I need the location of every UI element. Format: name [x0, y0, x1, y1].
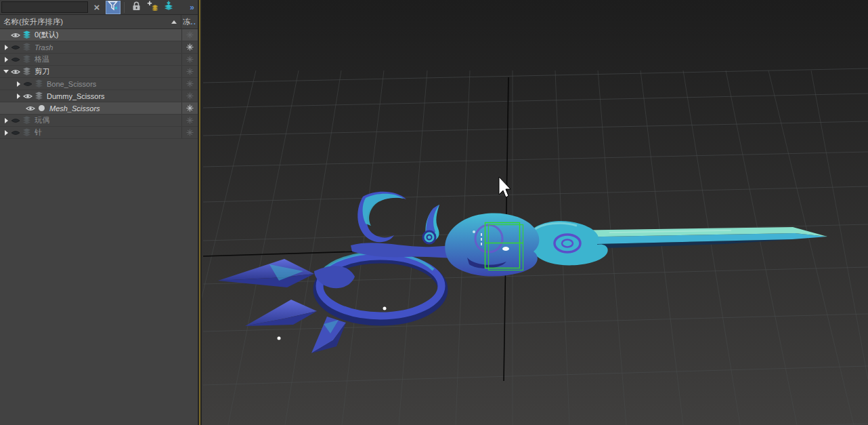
add-layer-button[interactable]: [145, 1, 160, 14]
row-layer-default[interactable]: 0(默认): [0, 29, 198, 41]
active-viewport-border: [199, 0, 200, 425]
eye-off-icon[interactable]: [10, 56, 21, 63]
layer-down-icon: [163, 1, 174, 14]
row-dummy-scissors[interactable]: Dummy_Scissors: [0, 90, 198, 102]
layer-down-button[interactable]: [161, 1, 176, 14]
app-window: × »: [0, 0, 868, 425]
layer-icon: [21, 67, 32, 76]
layer-icon: [21, 128, 32, 137]
layer-icon: [33, 92, 45, 100]
row-mesh-scissors[interactable]: Mesh_Scissors: [0, 102, 198, 115]
row-label: 格温: [32, 54, 181, 64]
layer-icon: [21, 116, 32, 125]
toolbar-separator: [124, 2, 125, 13]
frozen-icon[interactable]: [181, 54, 198, 65]
layer-icon: [33, 79, 45, 88]
frozen-icon[interactable]: [181, 127, 198, 138]
eye-icon[interactable]: [10, 68, 21, 75]
expand-arrow-icon[interactable]: [2, 130, 10, 136]
name-column-label: 名称(按升序排序): [3, 17, 63, 27]
row-label: 针: [32, 127, 181, 138]
eye-icon[interactable]: [22, 93, 33, 100]
geometry-icon: [36, 105, 47, 111]
row-layer-doll[interactable]: 玩偶: [0, 115, 198, 127]
collapse-arrow-icon[interactable]: [2, 70, 10, 73]
lock-button[interactable]: [129, 1, 144, 14]
expand-arrow-icon[interactable]: [2, 118, 10, 123]
eye-off-icon[interactable]: [22, 81, 33, 87]
filter-funnel-icon: [108, 1, 118, 14]
column-headers: 名称(按升序排序) 冻 ..: [0, 15, 198, 29]
scene-explorer-panel: × »: [0, 0, 198, 425]
frozen-icon[interactable]: [181, 115, 198, 126]
specular-highlight: [502, 247, 509, 251]
expand-arrow-icon[interactable]: [14, 94, 22, 99]
frozen-icon[interactable]: [181, 41, 198, 53]
viewport-background: [202, 0, 868, 425]
row-label: 剪刀: [32, 66, 181, 77]
eye-icon[interactable]: [10, 32, 21, 39]
frozen-icon[interactable]: [181, 66, 198, 77]
hierarchy-list: 0(默认) Trash 格温: [0, 29, 198, 425]
add-layer-icon: [147, 1, 158, 14]
ornament-spiral: [423, 231, 435, 243]
lock-icon: [132, 1, 141, 14]
search-input[interactable]: [1, 1, 88, 13]
eye-off-icon[interactable]: [10, 129, 21, 136]
viewport-3d[interactable]: [202, 0, 868, 425]
row-label: 0(默认): [32, 30, 181, 40]
eye-icon[interactable]: [25, 105, 36, 112]
explorer-toolbar: × »: [0, 0, 198, 15]
viewport-canvas[interactable]: [202, 0, 868, 425]
frozen-icon[interactable]: [181, 29, 198, 41]
layer-icon: [21, 43, 32, 52]
row-label: 玩偶: [32, 115, 181, 125]
eye-off-icon[interactable]: [10, 117, 21, 124]
row-label: Dummy_Scissors: [45, 92, 181, 100]
expand-arrow-icon[interactable]: [2, 57, 10, 62]
row-label: Bone_Scissors: [45, 80, 181, 88]
row-label: Mesh_Scissors: [47, 104, 181, 113]
filter-button[interactable]: [106, 1, 121, 14]
frozen-column-label: 冻: [183, 17, 191, 27]
name-column-header[interactable]: 名称(按升序排序): [0, 15, 181, 28]
specular-highlight: [383, 307, 387, 310]
clear-search-button[interactable]: ×: [89, 1, 104, 14]
expand-arrow-icon[interactable]: [2, 45, 10, 50]
eye-off-icon[interactable]: [10, 44, 21, 51]
frozen-column-ellipsis: ..: [191, 18, 196, 26]
frozen-icon[interactable]: [181, 78, 198, 89]
row-label: Trash: [32, 43, 181, 52]
specular-highlight: [278, 337, 281, 340]
layer-icon: [21, 55, 32, 64]
frozen-icon[interactable]: [181, 90, 198, 102]
toolbar-overflow-button[interactable]: »: [190, 3, 194, 12]
row-layer-needle[interactable]: 针: [0, 127, 198, 139]
expand-arrow-icon[interactable]: [14, 81, 22, 87]
row-layer-gwen[interactable]: 格温: [0, 54, 198, 66]
sort-ascending-icon: [171, 20, 177, 24]
row-layer-trash[interactable]: Trash: [0, 41, 198, 54]
frozen-column-header[interactable]: 冻 ..: [181, 15, 198, 28]
row-layer-scissors[interactable]: 剪刀: [0, 66, 198, 78]
layer-icon: [21, 31, 32, 39]
row-bone-scissors[interactable]: Bone_Scissors: [0, 78, 198, 90]
frozen-icon[interactable]: [181, 102, 198, 114]
